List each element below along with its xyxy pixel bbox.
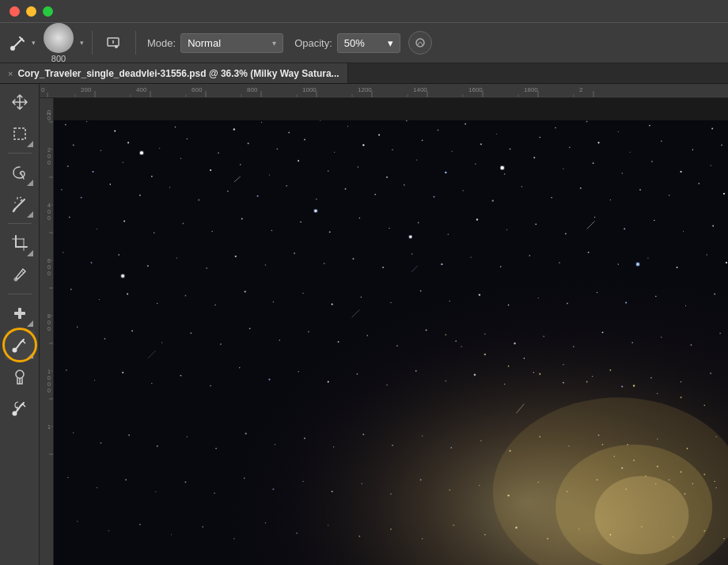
tool-arrow-crop xyxy=(27,250,33,256)
marquee-tool[interactable] xyxy=(5,119,35,149)
svg-text:200: 200 xyxy=(81,86,92,93)
svg-point-165 xyxy=(651,161,653,162)
svg-point-390 xyxy=(171,534,172,535)
svg-point-361 xyxy=(657,438,658,439)
brush-dropdown-arrow[interactable]: ▾ xyxy=(32,39,36,47)
svg-point-237 xyxy=(707,254,707,255)
pressure-icon xyxy=(415,37,426,48)
magic-wand-tool[interactable] xyxy=(5,189,35,219)
svg-point-376 xyxy=(420,479,422,480)
svg-point-384 xyxy=(655,483,656,484)
close-button[interactable] xyxy=(9,6,20,17)
svg-point-230 xyxy=(500,266,502,267)
svg-point-396 xyxy=(358,536,360,537)
svg-point-317 xyxy=(719,332,720,333)
svg-point-167 xyxy=(711,165,711,166)
tablet-pressure-btn[interactable] xyxy=(100,29,127,56)
brush-tool[interactable] xyxy=(5,330,35,360)
svg-point-242 xyxy=(157,303,157,304)
svg-point-285 xyxy=(614,456,615,457)
svg-point-304 xyxy=(338,341,339,343)
lasso-tool[interactable] xyxy=(5,157,35,188)
svg-point-176 xyxy=(286,185,287,187)
svg-point-241 xyxy=(127,294,128,295)
svg-point-335 xyxy=(563,382,564,384)
svg-point-292 xyxy=(692,483,694,485)
svg-point-260 xyxy=(685,305,686,306)
svg-text:4: 4 xyxy=(47,203,51,208)
svg-point-123 xyxy=(100,150,101,151)
opacity-label: Opacity: xyxy=(294,37,332,49)
svg-point-371 xyxy=(272,488,274,490)
svg-point-163 xyxy=(593,162,594,164)
tool-arrow-healing xyxy=(27,320,33,327)
svg-rect-61 xyxy=(40,98,54,565)
svg-point-367 xyxy=(155,491,156,492)
svg-point-142 xyxy=(661,141,662,142)
mode-label: Mode: xyxy=(147,37,176,49)
svg-point-336 xyxy=(592,376,593,377)
svg-point-139 xyxy=(569,147,571,149)
clone-stamp-tool[interactable] xyxy=(5,362,35,392)
left-ruler-svg: 2 0 0 2 0 0 4 0 0 6 0 0 xyxy=(40,98,54,565)
tool-arrow-brush xyxy=(27,352,33,358)
svg-point-366 xyxy=(125,479,127,480)
svg-point-149 xyxy=(180,157,181,158)
svg-point-214 xyxy=(712,225,714,226)
svg-point-302 xyxy=(279,339,281,341)
canvas-content[interactable] xyxy=(54,98,728,565)
svg-point-378 xyxy=(479,485,480,486)
tab-close-button[interactable]: × xyxy=(8,69,13,78)
svg-point-109 xyxy=(347,126,348,127)
brush-icon-btn[interactable] xyxy=(6,31,30,55)
lasso-icon xyxy=(11,164,28,181)
svg-point-157 xyxy=(416,160,417,161)
svg-point-365 xyxy=(97,487,98,488)
svg-text:0: 0 xyxy=(47,215,51,221)
svg-text:0: 0 xyxy=(47,320,51,325)
svg-point-148 xyxy=(151,176,153,177)
active-tab[interactable]: × Cory_Traveler_single_deadvlei-31556.ps… xyxy=(0,63,348,83)
svg-point-363 xyxy=(715,436,716,437)
history-brush-tool[interactable] xyxy=(5,393,35,423)
svg-text:6: 6 xyxy=(47,258,51,264)
svg-point-301 xyxy=(249,328,251,329)
svg-point-402 xyxy=(547,538,548,540)
svg-point-100 xyxy=(86,121,87,122)
svg-point-318 xyxy=(66,370,67,371)
healing-tool[interactable] xyxy=(5,298,35,328)
svg-point-211 xyxy=(624,228,625,229)
svg-point-247 xyxy=(302,293,303,294)
minimize-button[interactable] xyxy=(26,6,36,17)
svg-point-218 xyxy=(147,265,149,267)
svg-point-275 xyxy=(140,151,143,154)
svg-point-327 xyxy=(328,381,329,383)
mode-dropdown[interactable]: Normal ▾ xyxy=(180,33,283,53)
starfield-container xyxy=(54,120,728,565)
svg-point-264 xyxy=(484,354,486,355)
svg-point-219 xyxy=(176,257,177,258)
eyedropper-tool[interactable] xyxy=(5,260,35,290)
move-tool[interactable] xyxy=(5,87,35,117)
svg-point-238 xyxy=(726,262,727,264)
svg-point-373 xyxy=(332,491,333,492)
svg-point-132 xyxy=(362,144,364,146)
svg-point-136 xyxy=(480,143,482,145)
brush-size-dropdown-arrow[interactable]: ▾ xyxy=(80,39,84,47)
crop-tool[interactable] xyxy=(5,228,35,258)
svg-point-338 xyxy=(650,377,652,379)
pressure-button[interactable] xyxy=(408,31,432,55)
opacity-dropdown[interactable]: 50% ▾ xyxy=(337,33,400,53)
svg-point-405 xyxy=(641,526,643,528)
toolbar: ▾ 800 ▾ Mode: Normal ▾ Opacity: 50% ▾ xyxy=(0,22,728,63)
svg-point-233 xyxy=(588,252,590,253)
maximize-button[interactable] xyxy=(43,6,53,17)
svg-point-333 xyxy=(504,384,506,385)
brush-size-preview[interactable] xyxy=(44,23,74,53)
svg-point-103 xyxy=(175,127,176,128)
svg-point-398 xyxy=(422,538,423,539)
svg-point-155 xyxy=(358,166,359,168)
svg-point-315 xyxy=(661,336,662,337)
svg-point-228 xyxy=(441,264,442,265)
svg-line-18 xyxy=(21,271,24,273)
